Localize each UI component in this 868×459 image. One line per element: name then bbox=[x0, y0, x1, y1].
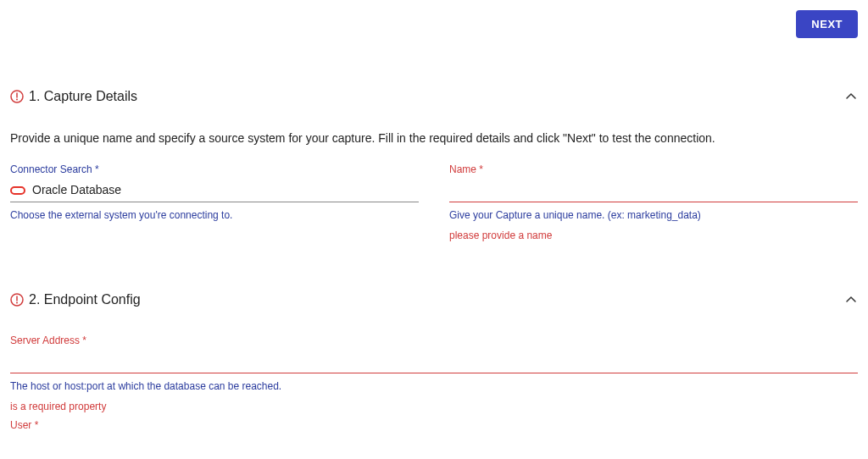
section-title-text: 2. Endpoint Config bbox=[29, 292, 141, 307]
chevron-up-icon[interactable] bbox=[844, 293, 858, 307]
oracle-icon bbox=[10, 185, 25, 195]
section-title-capture: 1. Capture Details bbox=[10, 89, 137, 104]
connector-search-input[interactable]: Oracle Database bbox=[10, 179, 419, 202]
connector-value: Oracle Database bbox=[32, 183, 121, 196]
server-address-input[interactable] bbox=[10, 354, 858, 368]
section-title-endpoint: 2. Endpoint Config bbox=[10, 292, 141, 307]
connector-search-label: Connector Search * bbox=[10, 163, 419, 175]
name-error: please provide a name bbox=[449, 230, 858, 241]
name-input-wrapper[interactable] bbox=[449, 179, 858, 202]
server-address-input-wrapper[interactable] bbox=[10, 350, 858, 373]
svg-point-2 bbox=[16, 99, 18, 101]
connector-helper: Choose the external system you're connec… bbox=[10, 209, 419, 221]
warning-icon bbox=[10, 90, 24, 103]
name-helper: Give your Capture a unique name. (ex: ma… bbox=[449, 209, 858, 221]
section-description: Provide a unique name and specify a sour… bbox=[10, 131, 858, 145]
next-button[interactable]: NEXT bbox=[796, 10, 858, 38]
section-title-text: 1. Capture Details bbox=[29, 89, 137, 104]
svg-rect-3 bbox=[11, 187, 25, 194]
name-label: Name * bbox=[449, 163, 858, 175]
server-address-error: is a required property bbox=[10, 401, 858, 412]
name-input[interactable] bbox=[449, 183, 858, 196]
server-address-helper: The host or host:port at which the datab… bbox=[10, 380, 858, 392]
server-address-label: Server Address * bbox=[10, 335, 858, 346]
capture-details-section: 1. Capture Details Provide a unique name… bbox=[10, 89, 858, 241]
warning-icon bbox=[10, 293, 24, 307]
chevron-up-icon[interactable] bbox=[844, 90, 858, 103]
svg-point-6 bbox=[16, 302, 18, 304]
endpoint-config-section: 2. Endpoint Config Server Address * The … bbox=[10, 292, 858, 431]
user-label: User * bbox=[10, 419, 858, 431]
